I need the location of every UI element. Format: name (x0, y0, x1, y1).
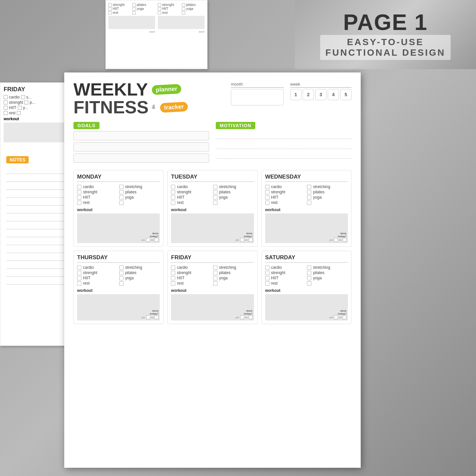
wed-cb-stretching[interactable] (307, 185, 311, 189)
fri-cb-stretching[interactable] (213, 266, 217, 270)
sat-cb-rest[interactable] (265, 281, 269, 286)
motivation-line-3[interactable] (216, 151, 351, 159)
sat-cb-no[interactable] (343, 315, 347, 319)
cb2-rest[interactable] (158, 11, 161, 14)
goal-input-1[interactable] (73, 131, 209, 140)
wed-cb-no[interactable] (343, 238, 347, 242)
cb2-empty[interactable] (182, 11, 185, 14)
mon-cb-hiit[interactable] (77, 195, 81, 200)
tue-cb-extra[interactable] (213, 201, 217, 205)
wed-cb-yes[interactable] (334, 238, 338, 242)
thu-cb-no[interactable] (154, 315, 158, 319)
label-hiit: HIIT (113, 7, 119, 11)
mon-cb-stretching[interactable] (119, 185, 124, 189)
fri-cb-no[interactable] (249, 315, 253, 319)
mon-cb-extra[interactable] (119, 201, 124, 205)
mon-cb-yoga[interactable] (119, 195, 124, 200)
bg-cb-y[interactable] (18, 106, 22, 110)
fri-cb-yoga[interactable] (213, 276, 217, 280)
fri-cb-strenght[interactable] (171, 271, 175, 275)
fri-cb-yes[interactable] (240, 315, 244, 319)
wed-cb-hiit[interactable] (265, 195, 269, 200)
thu-cb-yoga[interactable] (119, 276, 124, 280)
tue-cb-stretching[interactable] (213, 185, 217, 189)
sat-cb-yoga[interactable] (307, 276, 311, 280)
week-btn-2[interactable]: 2 (303, 89, 314, 100)
thu-cb-hiit[interactable] (77, 276, 81, 280)
fri-cb-pilates[interactable] (213, 271, 217, 275)
mon-cb-pilates[interactable] (119, 190, 124, 194)
bg-cb-p[interactable] (24, 100, 28, 104)
cb2-hiit[interactable] (158, 7, 161, 11)
page1-label-area: PAGE 1 EASY-TO-USE FUNCTIONAL DESIGN (295, 0, 476, 69)
motivation-line-1[interactable] (216, 131, 351, 139)
tue-cb-pilates[interactable] (213, 190, 217, 194)
thu-cb-extra[interactable] (119, 281, 124, 286)
tue-cb-strenght[interactable] (171, 190, 175, 194)
week-btn-1[interactable]: 1 (290, 89, 301, 100)
wed-cb-yoga[interactable] (307, 195, 311, 200)
cb-strenght[interactable] (108, 3, 112, 7)
sat-cb-pilates[interactable] (307, 271, 311, 275)
sat-cb-extra[interactable] (307, 281, 311, 286)
mon-cb-cardio[interactable] (77, 185, 81, 189)
wed-cb-cardio[interactable] (265, 185, 269, 189)
mon-cb-rest[interactable] (77, 201, 81, 205)
wed-cb-strenght[interactable] (265, 190, 269, 194)
thu-cb-rest[interactable] (77, 281, 81, 286)
sat-cb-strenght[interactable] (265, 271, 269, 275)
thu-cb-stretching[interactable] (119, 266, 124, 270)
wed-cb-extra[interactable] (307, 201, 311, 205)
cb-rest[interactable] (108, 11, 112, 14)
wed-cb-pilates[interactable] (307, 190, 311, 194)
sat-cb-hiit[interactable] (265, 276, 269, 280)
month-input[interactable] (231, 89, 284, 105)
mon-cb-strenght[interactable] (77, 190, 81, 194)
week-buttons: 1 2 3 4 5 (290, 89, 351, 100)
wed-cb-rest[interactable] (265, 201, 269, 205)
bg-cb-hiit[interactable] (4, 106, 8, 110)
title-block: WEEKLY planner FITNESS & tracker (73, 80, 188, 116)
bg-cb-rest[interactable] (4, 111, 8, 115)
fri-workout-area: donetoday? yes no (171, 294, 254, 321)
cb-yoga[interactable] (132, 7, 136, 11)
tue-cb-yoga[interactable] (213, 195, 217, 200)
fri-cb-cardio[interactable] (171, 266, 175, 270)
week-btn-5[interactable]: 5 (340, 89, 351, 100)
tue-cb-rest[interactable] (171, 201, 175, 205)
day-title-tuesday: TUESDAY (171, 174, 254, 182)
mon-cb-yes[interactable] (146, 238, 150, 242)
week-btn-4[interactable]: 4 (328, 89, 339, 100)
bg-cb-empty[interactable] (17, 111, 21, 115)
cb2-pilates[interactable] (182, 3, 185, 7)
thu-cb-yes[interactable] (146, 315, 150, 319)
fri-cb-hiit[interactable] (171, 276, 175, 280)
goal-input-2[interactable] (73, 142, 209, 152)
cb2-strenght[interactable] (158, 3, 161, 7)
sat-cb-yes[interactable] (334, 315, 338, 319)
bg-label-hiit: HIIT (9, 105, 16, 110)
fri-cb-extra[interactable] (213, 281, 217, 286)
sat-cb-cardio[interactable] (265, 266, 269, 270)
tue-cb-hiit[interactable] (171, 195, 175, 200)
bg-cb-s[interactable] (21, 95, 25, 99)
sat-cb-stretching[interactable] (307, 266, 311, 270)
week-btn-3[interactable]: 3 (315, 89, 326, 100)
goal-input-3[interactable] (73, 154, 209, 163)
bg-cb-strenght[interactable] (4, 100, 8, 104)
cb-pilates[interactable] (132, 3, 136, 7)
tue-cb-yes[interactable] (240, 238, 244, 242)
cb-hiit[interactable] (108, 7, 112, 11)
motivation-line-2[interactable] (216, 141, 351, 149)
thu-cb-strenght[interactable] (77, 271, 81, 275)
tue-cb-cardio[interactable] (171, 185, 175, 189)
bg-cb-cardio[interactable] (4, 95, 8, 99)
mon-cb-no[interactable] (154, 238, 158, 242)
fri-cb-rest[interactable] (171, 281, 175, 286)
thu-cb-pilates[interactable] (119, 271, 124, 275)
cb2-yoga[interactable] (182, 7, 185, 11)
cb-empty[interactable] (132, 11, 136, 14)
thu-cb-cardio[interactable] (77, 266, 81, 270)
tue-cb-no[interactable] (249, 238, 253, 242)
page1-title: PAGE 1 (320, 9, 451, 35)
